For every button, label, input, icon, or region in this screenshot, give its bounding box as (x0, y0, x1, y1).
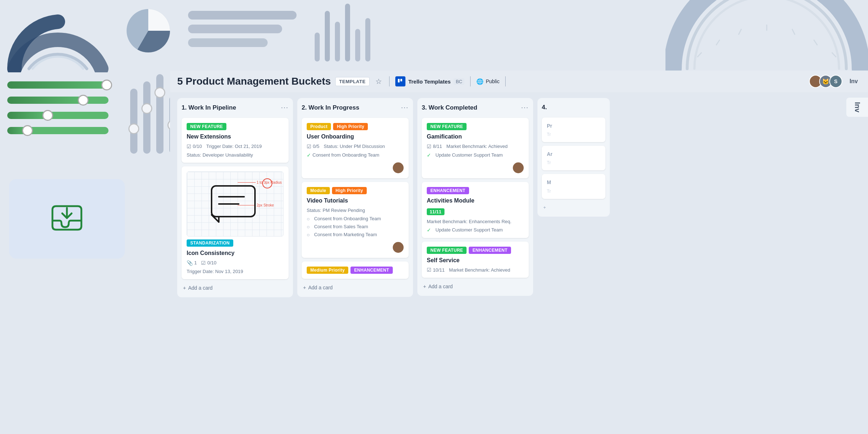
deco-vertical-bars (315, 4, 370, 61)
card-partial-sub-2: Tr (547, 160, 600, 165)
column-partial-4: 4. Pr Tr Ar Tr M Tr + (537, 98, 610, 217)
add-card-label-2: Add a card (308, 285, 333, 290)
header-separator-3 (505, 76, 506, 86)
add-card-btn-2[interactable]: + Add a card (302, 282, 409, 293)
card-image-area: 1 to 3px Radius 2px Stroke (187, 171, 284, 237)
column-menu-3[interactable]: ··· (521, 104, 529, 111)
column-title-1: 1. Work In Pipeline (182, 104, 236, 111)
card-activities-module: ENHANCEMENT Activities Module 11/11 Mark… (422, 182, 529, 238)
card-status-4: Status: PM Review Pending (307, 208, 404, 213)
invite-button[interactable]: Inv (847, 77, 861, 86)
meta-bench-8: Market Benchmark: Achieved (449, 267, 510, 273)
board-header: 5 Product Management Buckets TEMPLATE ☆ … (170, 71, 868, 92)
add-card-btn-4[interactable]: + (542, 203, 605, 212)
card-tags-3: Product High Priority (307, 123, 404, 130)
meta-check-3: ☑ 0/5 (307, 144, 319, 149)
card-medium-priority: Medium Priority ENHANCEMENT (302, 261, 409, 279)
meta-status-3: Status: Under PM Discussion (324, 144, 385, 149)
tag-new-feature-2: NEW FEATURE (427, 123, 467, 130)
card-title-6: Gamification (427, 133, 524, 141)
add-card-label-3: Add a card (428, 284, 453, 289)
card-partial-2: Ar Tr (542, 146, 605, 170)
card-self-service: NEW FEATURE ENHANCEMENT Self Service ☑ 1… (422, 242, 529, 278)
svg-rect-11 (400, 79, 402, 81)
card-video-tutorials: Module High Priority Video Tutorials Sta… (302, 182, 409, 258)
card-title-2: Icon Consistency (187, 250, 284, 257)
check-icon: ☑ (187, 144, 191, 149)
card-new-extensions: NEW FEATURE New Extensions ☑ 0/10 Trigge… (182, 118, 289, 163)
svg-line-5 (792, 29, 795, 35)
star-button[interactable]: ☆ (374, 76, 383, 87)
check-item-4-3: ○ Consent from Marketing Team (307, 232, 404, 238)
svg-line-3 (739, 29, 741, 35)
meta-attach-2: 📎 1 (187, 260, 197, 266)
tag-enhancement-3: ENHANCEMENT (469, 247, 511, 254)
inv-label: Inv (853, 102, 861, 112)
check-done-6: ✓ (427, 152, 431, 158)
check-empty-icon-2: ○ (307, 224, 310, 230)
card-gamification: NEW FEATURE Gamification ☑ 8/11 Market B… (422, 118, 529, 178)
svg-point-0 (127, 9, 170, 52)
card-meta-3: ☑ 0/5 Status: Under PM Discussion (307, 144, 404, 149)
visibility-badge: 🌐 Public (476, 78, 499, 85)
card-tags-2: STANDARIZATION (187, 239, 284, 247)
tag-new-feature: NEW FEATURE (187, 123, 226, 130)
workspace-code: BC (454, 78, 464, 85)
card-meta-1: ☑ 0/10 Trigger Date: Oct 21, 2019 (187, 144, 284, 149)
svg-rect-12 (212, 186, 255, 217)
card-tags-5: Medium Priority ENHANCEMENT (307, 267, 404, 274)
paperclip-icon: 📎 (187, 260, 193, 266)
meta-date-1: Trigger Date: Oct 21, 2019 (206, 144, 261, 149)
check-item-4-1: ○ Consent from Onboarding Team (307, 216, 404, 222)
card-partial-title-2: Ar (547, 151, 600, 157)
tag-medium-priority: Medium Priority (307, 267, 348, 274)
column-header-4: 4. (542, 102, 605, 114)
card-partial-sub-1: Tr (547, 132, 600, 137)
card-avatar-6 (513, 162, 524, 173)
card-avatar-3 (393, 162, 404, 173)
plus-icon-2: + (303, 285, 306, 290)
column-title-2: 2. Work In Progress (302, 104, 359, 111)
board-wrapper: 5 Product Management Buckets TEMPLATE ☆ … (170, 71, 868, 434)
avatar-3: S (829, 75, 842, 88)
check-icon-8: ☑ (427, 267, 431, 273)
card-partial-title-1: Pr (547, 123, 600, 129)
deco-horizontal-bars (188, 11, 297, 47)
check-complete-badge: 11/11 (427, 208, 444, 215)
card-meta-2: 📎 1 ☑ 0/10 (187, 260, 284, 266)
svg-line-1 (697, 52, 702, 57)
card-title-8: Self Service (427, 257, 524, 264)
column-header-3: 3. Work Completed ··· (422, 102, 529, 114)
card-title-1: New Extensions (187, 133, 284, 141)
card-tags-8: NEW FEATURE ENHANCEMENT (427, 247, 524, 254)
add-card-btn-1[interactable]: + Add a card (182, 283, 289, 293)
plus-icon-1: + (183, 285, 186, 291)
deco-gauge-left (7, 0, 109, 72)
speech-bubble-icon (206, 180, 264, 227)
tag-enhancement-1: ENHANCEMENT (350, 267, 393, 274)
card-meta-6: ☑ 8/11 Market Benchmark: Achieved (427, 144, 524, 149)
visibility-label: Public (486, 78, 499, 84)
column-menu-2[interactable]: ··· (401, 104, 409, 111)
workspace-info: Trello Templates BC (395, 76, 464, 86)
columns-area: 1. Work In Pipeline ··· NEW FEATURE New … (170, 92, 868, 430)
card-bench-7: Market Benchmark: Enhancements Req. (427, 219, 524, 224)
check-empty-icon-1: ○ (307, 216, 310, 222)
column-title-3: 3. Work Completed (422, 104, 477, 111)
header-separator (389, 76, 390, 86)
deco-sliders-left (7, 81, 109, 134)
avatars-group: 🐱 S (809, 75, 842, 88)
card-footer-3 (307, 162, 404, 173)
globe-icon: 🌐 (476, 78, 484, 85)
svg-line-6 (814, 40, 817, 45)
card-partial-title-3: M (547, 179, 600, 186)
tag-high-priority-2: High Priority (332, 187, 367, 194)
deco-pie-chart (123, 5, 174, 56)
check-icon-2: ☑ (201, 260, 206, 266)
column-header-1: 1. Work In Pipeline ··· (182, 102, 289, 114)
column-header-2: 2. Work In Progress ··· (302, 102, 409, 114)
column-menu-1[interactable]: ··· (281, 104, 289, 111)
add-card-btn-3[interactable]: + Add a card (422, 281, 529, 292)
template-button[interactable]: TEMPLATE (335, 77, 370, 86)
card-tags-6: NEW FEATURE (427, 123, 524, 130)
